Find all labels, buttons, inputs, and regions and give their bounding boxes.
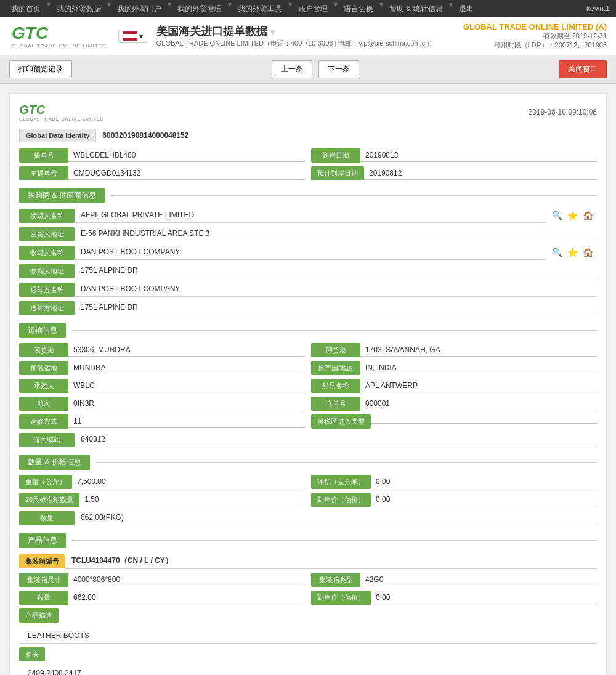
yu-zhuang-yun-di-field: 预装运地 MUNDRA [19, 361, 305, 375]
product-desc-value: LEATHER BOOTS [19, 629, 597, 644]
marks-row: 2409,2408,2417 [19, 666, 597, 675]
nav-trade-data[interactable]: 我的外贸数据 [52, 0, 106, 17]
flag-selector[interactable]: ▾ [118, 30, 147, 43]
prev-button[interactable]: 上一条 [272, 60, 312, 78]
product-qty-value: 662.00 [68, 591, 305, 604]
shou-huo-ren-icons: 🔍 ⭐ 🏠 [546, 248, 597, 257]
cang-dan-hao-value: 000001 [360, 397, 597, 410]
identity-value: 600320190814000048152 [102, 131, 188, 140]
bao-shui-qu-label: 保税区进入类型 [311, 414, 371, 429]
top-navigation: 我的首页 ▾ 我的外贸数据 ▾ 我的外贸门户 ▾ 我的外贸管理 ▾ 我的外贸工具… [0, 0, 616, 17]
us-flag [123, 31, 137, 41]
xie-huo-gang-label: 卸货港 [311, 343, 360, 357]
landed-price-value: 0.00 [371, 493, 597, 506]
shou-huo-ren-name-label: 收货人名称 [19, 246, 75, 260]
search-icon-2[interactable]: 🔍 [552, 248, 562, 257]
cheng-yun-ren-value: WBLC [68, 379, 305, 392]
transport-section-line [72, 330, 597, 331]
cang-dan-hao-field: 仓单号 000001 [311, 397, 597, 411]
yuan-chan-guo-value: IN, INDIA [360, 362, 597, 374]
transport-section-label: 运输信息 [19, 323, 66, 338]
quantity-section-label: 数量 & 价格信息 [19, 455, 90, 470]
search-icon-1[interactable]: 🔍 [552, 211, 562, 220]
identity-row: Global Data Identity 6003201908140000481… [19, 129, 597, 142]
print-button[interactable]: 打印预览记录 [9, 60, 72, 78]
record-card: GTC GLOBAL TRADE ONLINE LIMITED 2019-08-… [9, 93, 607, 675]
nav-account[interactable]: 账户管理 [293, 0, 333, 17]
yu-zhuang-yun-di-value: MUNDRA [68, 362, 305, 374]
transport-row-4: 航次 0IN3R 仓单号 000001 [19, 397, 597, 411]
marks-area: 箱头 [19, 647, 597, 664]
top-nav-user: kevin.1 [586, 4, 610, 13]
flag-arrow: ▾ [139, 32, 143, 41]
zhuang-huo-gang-field: 装货港 53306, MUNDRA [19, 343, 305, 357]
supplier-section-line [111, 195, 597, 196]
page-header: GTC GLOBAL TRADE ONLINE LIMITED ▾ 美国海关进口… [0, 17, 616, 55]
hang-ci-label: 航次 [19, 397, 68, 411]
nav-management[interactable]: 我的外贸管理 [172, 0, 227, 17]
zhu-ti-dan-label: 主提单号 [19, 166, 68, 180]
home-icon-2[interactable]: 🏠 [583, 248, 593, 257]
landed-price-field: 到岸价（估价） 0.00 [311, 493, 597, 507]
zhu-ti-dan-field: 主提单号 CMDUCGD0134132 [19, 166, 305, 180]
fa-huo-ren-icons: 🔍 ⭐ 🏠 [546, 211, 597, 220]
marks-label: 箱头 [19, 647, 45, 661]
zhu-ti-dan-value: CMDUCGD0134132 [68, 167, 305, 180]
title-arrow: ▾ [270, 27, 275, 37]
tong-zhi-fang-addr-label: 通知方地址 [19, 301, 75, 315]
chuan-zhi-value: APL ANTWERP [360, 379, 597, 392]
shu-liang-row: 数量 662.00(PKG) [19, 511, 597, 525]
zhuang-huo-gang-value: 53306, MUNDRA [68, 344, 305, 357]
hai-guan-bian-ma-row: 海关编码 640312 [19, 432, 597, 447]
nav-help[interactable]: 帮助 & 统计信息 [384, 0, 448, 17]
fa-huo-ren-name-label: 发货人名称 [19, 209, 75, 223]
card-logo-text: GTC [19, 103, 104, 117]
yuan-chan-guo-label: 原产国/地区 [311, 361, 360, 375]
bao-shui-qu-field: 保税区进入类型 [311, 414, 597, 429]
nav-portal[interactable]: 我的外贸门户 [112, 0, 166, 17]
logo: GTC GLOBAL TRADE ONLINE LIMITED [9, 21, 109, 51]
product-section-header: 产品信息 [19, 533, 597, 548]
transport-row-1: 装货港 53306, MUNDRA 卸货港 1703, SAVANNAH, GA [19, 343, 597, 357]
title-area: 美国海关进口提单数据 ▾ GLOBAL TRADE ONLINE LIMITED… [156, 24, 436, 48]
chuan-zhi-field: 船只名称 APL ANTWERP [311, 379, 597, 393]
dao-qi-value: 20190813 [360, 149, 597, 162]
top-nav-left: 我的首页 ▾ 我的外贸数据 ▾ 我的外贸门户 ▾ 我的外贸管理 ▾ 我的外贸工具… [6, 0, 479, 17]
home-icon-1[interactable]: 🏠 [583, 211, 593, 220]
star-icon-1[interactable]: ⭐ [567, 211, 578, 220]
shou-huo-ren-name-value-area: DAN POST BOOT COMPANY 🔍 ⭐ 🏠 [75, 245, 597, 260]
transport-section-header: 运输信息 [19, 323, 597, 338]
ji-hua-value: 20190812 [364, 167, 597, 180]
transport-row-5: 运输方式 11 保税区进入类型 [19, 414, 597, 429]
nav-logout[interactable]: 退出 [454, 0, 479, 17]
fa-huo-ren-name-value-area: AFPL GLOBAL PRIVATE LIMITED 🔍 ⭐ 🏠 [75, 208, 597, 223]
nav-tools[interactable]: 我的外贸工具 [233, 0, 287, 17]
shou-huo-ren-name-row: 收货人名称 DAN POST BOOT COMPANY 🔍 ⭐ 🏠 [19, 245, 597, 260]
nav-language[interactable]: 语言切换 [339, 0, 378, 17]
ti-dan-field: 提单号 WBLCDELHBL480 [19, 148, 305, 163]
product-desc-area: 产品描述 [19, 608, 597, 625]
container-type-label: 集装箱类型 [311, 573, 360, 587]
close-button[interactable]: 关闭窗口 [559, 60, 607, 78]
dao-qi-label: 到岸日期 [311, 148, 360, 163]
star-icon-2[interactable]: ⭐ [567, 248, 578, 257]
top-toolbar: 打印预览记录 上一条 下一条 关闭窗口 [0, 55, 616, 84]
product-qty-price-row: 数量 662.00 到岸价（估价） 0.00 [19, 591, 597, 605]
weight-value: 7,500.00 [72, 475, 305, 488]
container-no-label: 集装箱编号 [19, 554, 65, 568]
quantity-section-header: 数量 & 价格信息 [19, 455, 597, 470]
yun-shu-fang-shi-value: 11 [68, 415, 305, 428]
chuan-zhi-label: 船只名称 [311, 379, 360, 393]
volume-field: 体积（立方米） 0.00 [311, 475, 597, 489]
supplier-section-label: 采购商 & 供应商信息 [19, 188, 105, 203]
fa-huo-ren-addr-label: 发货人地址 [19, 227, 75, 241]
container-count-value: 1.50 [79, 493, 305, 506]
logo-sub: GLOBAL TRADE ONLINE LIMITED [12, 43, 107, 49]
fa-huo-ren-addr-row: 发货人地址 E-56 PANKI INDUSTRIAL AREA STE 3 [19, 227, 597, 241]
product-desc-label: 产品描述 [19, 608, 59, 623]
next-button[interactable]: 下一条 [318, 60, 359, 78]
container-size-field: 集装箱尺寸 4000*806*800 [19, 573, 305, 587]
transport-row-2: 预装运地 MUNDRA 原产国/地区 IN, INDIA [19, 361, 597, 375]
product-price-value: 0.00 [371, 591, 597, 604]
nav-home[interactable]: 我的首页 [6, 0, 46, 17]
